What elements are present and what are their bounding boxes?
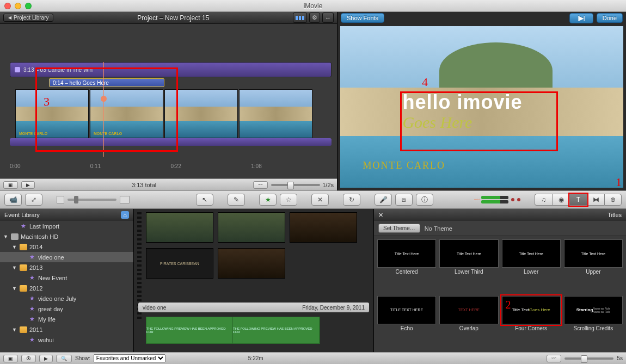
project-footer: ▣ ▶ 3:13 total 〰 1/2s	[0, 178, 337, 190]
audio-track[interactable]: 3:13 – 03 Candle In The Win	[10, 62, 332, 77]
project-settings-button[interactable]: ⚙	[309, 13, 320, 23]
time-ruler: 0:00 0:11 0:22 1:08	[10, 163, 332, 173]
waveform-toggle[interactable]: 〰	[547, 355, 561, 362]
inspector-button[interactable]: ⓘ	[416, 194, 433, 206]
project-swap-button[interactable]: ↔	[322, 13, 334, 23]
thumb-caption: MONTE CARLO	[19, 132, 47, 135]
play-fullscreen-button[interactable]: ▣	[3, 355, 18, 362]
clip-thumb[interactable]	[239, 89, 312, 138]
clip-thumb[interactable]	[164, 89, 238, 138]
favorite-button[interactable]: ★	[259, 194, 277, 206]
thumb-size-slider[interactable]	[271, 184, 320, 186]
play-button[interactable]: ▶	[39, 355, 53, 362]
event-tree-row[interactable]: ▼2012	[0, 283, 133, 293]
filmstrip-text: THE FOLLOWING PREVIEW HAS BEEN APPROVED …	[233, 327, 319, 334]
search-button[interactable]: 🔍	[56, 355, 72, 362]
title-clip[interactable]: 0:14 – hello Goes Here	[49, 78, 164, 87]
event-clips-pane: PIRATES CARIBBEAN video one Friday, Dece…	[134, 209, 373, 352]
event-tree-row[interactable]: ▼2014	[0, 242, 133, 252]
title-tile[interactable]: Title Text HereCentered	[377, 239, 436, 293]
thumb-seconds-label: 5s	[617, 355, 623, 361]
preview-title-main[interactable]: hello imovie	[402, 91, 522, 114]
title-tile[interactable]: TEXT HEREOverlap	[439, 296, 498, 349]
event-tree-row[interactable]: ★New Event	[0, 273, 133, 283]
project-pane: Project Library Project – New Project 15…	[0, 12, 337, 190]
title-tile[interactable]: TITLE TEXT HEREEcho	[377, 296, 436, 349]
audio-track-label: 3:13 – 03 Candle In The Win	[23, 67, 93, 73]
audio-levels: 〰	[474, 196, 520, 203]
loop-button[interactable]: ↻	[343, 194, 360, 206]
event-clip[interactable]	[146, 212, 213, 243]
title-tile[interactable]: Title Text HereLower Third	[439, 239, 498, 293]
thumb-size-slider[interactable]	[564, 357, 613, 360]
clip-thumb[interactable]: MONTE CARLO	[15, 89, 89, 138]
photo-browser-button[interactable]: ◉	[552, 194, 569, 206]
set-theme-button[interactable]: Set Theme…	[378, 224, 420, 233]
event-clip[interactable]	[218, 212, 285, 243]
thumb-caption: MONTE CARLO	[94, 132, 122, 135]
preview-pane: Show Fonts |▶| Done hello imovie Goes He…	[337, 12, 626, 190]
play-fullscreen-button[interactable]: ▣	[3, 181, 18, 189]
annotation-number-1: 1	[616, 175, 622, 189]
music-browser-button[interactable]: ♫	[535, 194, 552, 206]
event-clip[interactable]	[218, 248, 285, 279]
show-filter-select[interactable]: Favorites and Unmarked	[94, 354, 165, 362]
titles-browser-button[interactable]: T	[569, 194, 587, 206]
drive-icon: ⌂	[121, 211, 129, 219]
preview-caption: MONTE CARLO	[363, 160, 446, 171]
event-date-label: Friday, December 9, 2011	[302, 305, 365, 311]
timeline[interactable]: 3:13 – 03 Candle In The Win 0:14 – hello…	[0, 24, 337, 178]
zoom-label: 1/2s	[322, 182, 334, 188]
event-tree-row[interactable]: ▼2011	[0, 324, 133, 335]
project-library-button[interactable]: Project Library	[3, 14, 53, 22]
clip-caption: PIRATES CARIBBEAN	[160, 262, 199, 266]
preview-viewer[interactable]: hello imovie Goes Here MONTE CARLO 4	[340, 26, 623, 188]
import-camera-button[interactable]: 📹	[4, 194, 22, 206]
crop-button[interactable]: ⧈	[395, 194, 413, 206]
event-filmstrip[interactable]: THE FOLLOWING PREVIEW HAS BEEN APPROVED …	[146, 317, 320, 344]
maps-browser-button[interactable]: ⊕	[604, 194, 622, 206]
event-clip[interactable]	[290, 212, 357, 243]
title-tile[interactable]: 2Title TextGoes HereFour Corners	[502, 296, 561, 349]
transitions-browser-button[interactable]: ⧓	[587, 194, 604, 206]
event-name-label: video one	[143, 305, 166, 311]
swap-slider[interactable]	[67, 199, 116, 201]
theme-label: No Theme	[425, 225, 452, 232]
event-tree-row[interactable]: ★wuhui	[0, 335, 133, 345]
annotation-number-2: 2	[506, 299, 511, 311]
arrow-tool-button[interactable]: ↖	[196, 194, 213, 206]
event-tree-row[interactable]: ★video one	[0, 252, 133, 262]
play-button[interactable]: ▶	[21, 181, 35, 189]
swap-events-button[interactable]: ⤢	[25, 194, 42, 206]
play-from-start-button[interactable]: ⦿	[21, 355, 36, 362]
event-tree-row[interactable]: ★Last Import	[0, 221, 133, 231]
audio-track-tail[interactable]	[10, 138, 332, 146]
voiceover-button[interactable]: 🎤	[375, 194, 392, 206]
title-tile[interactable]: Title Text HereLower	[502, 239, 561, 293]
waveform-toggle[interactable]: 〰	[253, 181, 268, 189]
show-fonts-button[interactable]: Show Fonts	[341, 13, 384, 23]
preview-play-button[interactable]: |▶|	[569, 13, 593, 23]
event-tree-row[interactable]: ▼Macintosh HD	[0, 231, 133, 242]
frame-mini-icon	[57, 196, 64, 203]
close-panel-button[interactable]: ✕	[378, 212, 386, 219]
unmark-button[interactable]: ☆	[280, 194, 297, 206]
ruler-mark: 0:22	[171, 163, 251, 173]
event-clip[interactable]: PIRATES CARIBBEAN	[146, 248, 213, 279]
title-tile[interactable]: StarringName as RoleName as RoleScrollin…	[564, 296, 623, 349]
preview-title-sub[interactable]: Goes Here	[402, 113, 472, 132]
playhead[interactable]	[103, 62, 104, 157]
keyword-button[interactable]: ✎	[228, 194, 245, 206]
reject-button[interactable]: ✕	[311, 194, 329, 206]
frame-mini-icon	[120, 196, 130, 203]
event-label-bar: video one Friday, December 9, 2011	[138, 303, 369, 312]
event-tree-row[interactable]: ★My life	[0, 314, 133, 324]
event-tree-row[interactable]: ★video one July	[0, 293, 133, 304]
title-tile[interactable]: Title Text HereUpper	[564, 239, 623, 293]
project-view-toggle[interactable]	[293, 13, 307, 23]
event-tree[interactable]: ★Last Import▼Macintosh HD▼2014★video one…	[0, 221, 133, 352]
done-button[interactable]: Done	[597, 13, 623, 23]
show-label: Show:	[75, 355, 90, 361]
event-tree-row[interactable]: ★great day	[0, 304, 133, 314]
event-tree-row[interactable]: ▼2013	[0, 262, 133, 273]
